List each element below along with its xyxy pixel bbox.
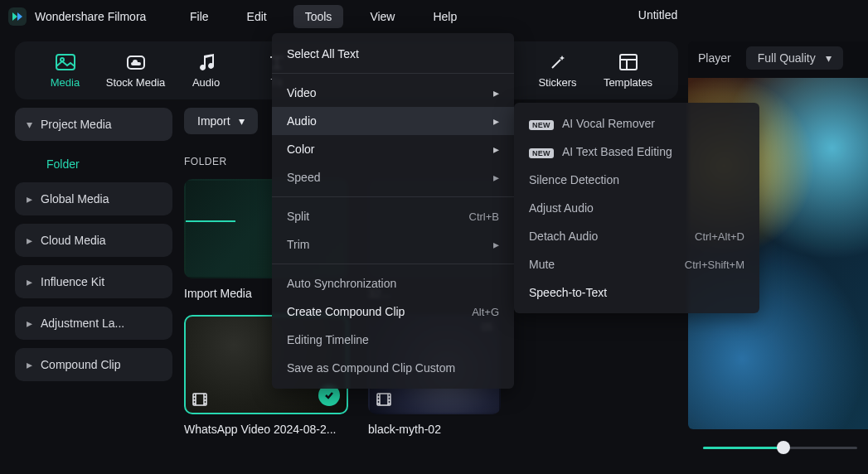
tab-label: Media (51, 76, 80, 89)
menu-help[interactable]: Help (421, 5, 468, 28)
menu-item-audio[interactable]: Audio▸ (272, 107, 514, 135)
chevron-right-icon: ▸ (493, 86, 499, 99)
tab-stock-media[interactable]: Stock Media (100, 53, 171, 89)
chevron-right-icon: ▸ (493, 114, 499, 128)
import-button[interactable]: Import ▾ (184, 108, 258, 134)
tab-templates[interactable]: Templates (593, 53, 663, 89)
music-note-icon (196, 53, 217, 71)
tab-stickers[interactable]: Stickers (522, 53, 593, 89)
menu-item-speed[interactable]: Speed▸ (272, 163, 514, 191)
menubar: File Edit Tools View Help (178, 5, 468, 28)
chevron-right-icon: ▸ (493, 171, 499, 184)
filmstrip-icon (192, 393, 207, 406)
menu-item-ai-vocal-remover[interactable]: NEWAI Vocal Remover (514, 109, 759, 138)
magic-wand-icon (547, 53, 569, 71)
sidebar-item-adjustment-layer[interactable]: ▸ Adjustment La... (15, 307, 172, 340)
slider-knob[interactable] (777, 441, 790, 454)
menu-view[interactable]: View (358, 5, 406, 28)
chevron-right-icon: ▸ (27, 275, 32, 288)
chevron-down-icon: ▾ (27, 118, 32, 131)
chevron-right-icon: ▸ (493, 238, 499, 251)
tab-media[interactable]: Media (30, 53, 100, 89)
menu-item-speech-to-text[interactable]: Speech-to-Text (514, 278, 759, 307)
sidebar-item-label: Cloud Media (41, 234, 106, 247)
app-logo-icon (8, 7, 27, 26)
menu-item-ai-text-based-editing[interactable]: NEWAI Text Based Editing (514, 138, 759, 166)
chevron-right-icon: ▸ (27, 317, 32, 330)
menu-separator (272, 264, 514, 264)
clip-caption: WhatsApp Video 2024-08-2... (184, 423, 348, 436)
menu-tools[interactable]: Tools (293, 5, 344, 28)
sidebar-folder[interactable]: Folder (15, 149, 172, 182)
menu-item-create-compound-clip[interactable]: Create Compound ClipAlt+G (272, 297, 514, 326)
app-name: Wondershare Filmora (35, 10, 146, 23)
sidebar: ▾ Project Media Folder ▸ Global Media ▸ … (15, 108, 172, 389)
menu-item-trim[interactable]: Trim▸ (272, 230, 514, 259)
new-badge: NEW (529, 120, 554, 130)
import-label: Import (197, 114, 230, 128)
slider-fill (703, 447, 783, 449)
sidebar-item-label: Project Media (41, 118, 112, 131)
menu-separator (272, 196, 514, 197)
chevron-right-icon: ▸ (27, 358, 32, 371)
sidebar-item-compound-clip[interactable]: ▸ Compound Clip (15, 348, 172, 381)
tab-audio[interactable]: Audio (171, 53, 241, 89)
tab-label: Templates (604, 76, 652, 89)
cloud-image-icon (125, 53, 147, 71)
sidebar-item-label: Compound Clip (41, 358, 121, 371)
tab-label: Stickers (538, 76, 576, 89)
menu-item-video[interactable]: Video▸ (272, 79, 514, 107)
quality-value: Full Quality (758, 51, 816, 65)
zoom-slider[interactable] (703, 439, 857, 456)
tab-label: Stock Media (106, 76, 166, 89)
chevron-down-icon: ▾ (826, 51, 832, 65)
sidebar-item-label: Influence Kit (41, 275, 104, 288)
menu-item-color[interactable]: Color▸ (272, 135, 514, 163)
templates-icon (618, 53, 639, 71)
menu-item-auto-sync[interactable]: Auto Synchronization (272, 269, 514, 297)
menu-item-detach-audio[interactable]: Detach AudioCtrl+Alt+D (514, 222, 759, 250)
menu-item-mute[interactable]: MuteCtrl+Shift+M (514, 250, 759, 278)
quality-select[interactable]: Full Quality ▾ (746, 46, 843, 70)
chevron-right-icon: ▸ (27, 192, 32, 206)
svg-rect-3 (620, 55, 637, 70)
tools-menu: Select All Text Video▸ Audio▸ Color▸ Spe… (272, 33, 514, 389)
audio-submenu: NEWAI Vocal Remover NEWAI Text Based Edi… (514, 103, 759, 313)
sidebar-item-cloud-media[interactable]: ▸ Cloud Media (15, 224, 172, 257)
menu-item-editing-timeline[interactable]: Editing Timeline (272, 326, 514, 354)
menu-item-select-all-text[interactable]: Select All Text (272, 40, 514, 68)
menu-item-silence-detection[interactable]: Silence Detection (514, 166, 759, 194)
sidebar-item-project-media[interactable]: ▾ Project Media (15, 108, 172, 141)
chevron-right-icon: ▸ (493, 143, 499, 156)
titlebar: Wondershare Filmora File Edit Tools View… (0, 0, 868, 33)
tab-label: Audio (192, 76, 220, 89)
menu-file[interactable]: File (178, 5, 221, 28)
sidebar-item-global-media[interactable]: ▸ Global Media (15, 182, 172, 215)
menu-item-save-compound-custom[interactable]: Save as Compound Clip Custom (272, 354, 514, 382)
chevron-right-icon: ▸ (27, 234, 32, 247)
menu-separator (272, 73, 514, 74)
menu-item-split[interactable]: SplitCtrl+B (272, 202, 514, 230)
menu-item-adjust-audio[interactable]: Adjust Audio (514, 194, 759, 222)
menu-edit[interactable]: Edit (235, 5, 279, 28)
chevron-down-icon: ▾ (239, 114, 245, 128)
sidebar-item-label: Adjustment La... (41, 317, 124, 330)
sidebar-item-influence-kit[interactable]: ▸ Influence Kit (15, 265, 172, 298)
svg-rect-0 (56, 55, 75, 70)
sidebar-item-label: Global Media (41, 192, 109, 206)
player-label: Player (698, 51, 731, 65)
clip-caption: black-myth-02 (368, 423, 501, 436)
image-icon (55, 53, 76, 71)
filmstrip-icon (376, 393, 391, 406)
new-badge: NEW (529, 148, 554, 158)
